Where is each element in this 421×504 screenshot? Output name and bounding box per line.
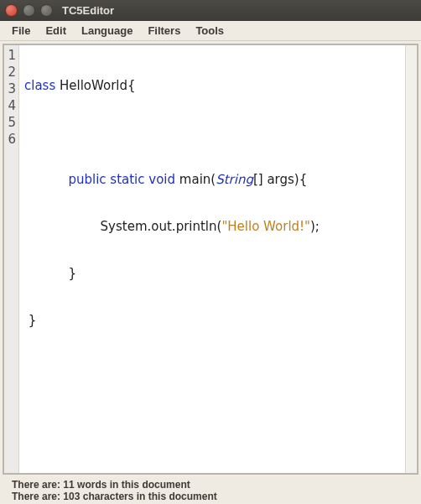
code-line: class HelloWorld{ — [24, 77, 405, 94]
window-controls — [5, 4, 53, 17]
line-number: 5 — [4, 114, 18, 131]
line-number: 4 — [4, 97, 18, 114]
code-line: public static void main(String[] args){ — [24, 171, 405, 188]
menu-edit[interactable]: Edit — [39, 23, 73, 39]
word-count-label: There are: 11 words in this document — [12, 479, 409, 491]
type: String — [216, 172, 253, 187]
menu-filters[interactable]: Filters — [141, 23, 187, 39]
menubar: File Edit Language Filters Tools — [0, 21, 421, 41]
statusbar: There are: 11 words in this document The… — [0, 477, 421, 503]
keyword: class — [24, 78, 55, 93]
close-icon[interactable] — [5, 4, 18, 17]
indent — [24, 172, 68, 187]
char-count-label: There are: 103 characters in this docume… — [12, 491, 409, 502]
titlebar[interactable]: TC5Editor — [0, 0, 421, 21]
menu-language[interactable]: Language — [75, 23, 139, 39]
code-text: System.out.println( — [101, 219, 222, 234]
code-line: } — [24, 312, 405, 329]
line-number: 1 — [4, 47, 18, 64]
code-text: [] args){ — [253, 172, 307, 187]
code-line: System.out.println("Hello World!"); — [24, 218, 405, 235]
editor: 1 2 3 4 5 6 class HelloWorld{ public sta… — [3, 44, 418, 475]
indent — [24, 219, 101, 234]
line-number: 2 — [4, 64, 18, 81]
maximize-icon[interactable] — [40, 4, 53, 17]
window-title: TC5Editor — [62, 4, 114, 17]
code-line — [24, 124, 405, 141]
code-area[interactable]: class HelloWorld{ public static void mai… — [19, 45, 405, 473]
vertical-scrollbar[interactable] — [405, 45, 417, 473]
code-text: main( — [175, 172, 216, 187]
keyword: public static void — [68, 172, 175, 187]
string-literal: "Hello World!" — [221, 219, 310, 234]
menu-file[interactable]: File — [5, 23, 37, 39]
line-number: 6 — [4, 131, 18, 148]
menu-tools[interactable]: Tools — [189, 23, 231, 39]
code-text: ); — [310, 219, 320, 234]
line-number-gutter: 1 2 3 4 5 6 — [4, 45, 19, 473]
minimize-icon[interactable] — [23, 4, 35, 17]
code-line: } — [24, 265, 405, 282]
line-number: 3 — [4, 81, 18, 97]
code-text: HelloWorld{ — [55, 78, 135, 93]
